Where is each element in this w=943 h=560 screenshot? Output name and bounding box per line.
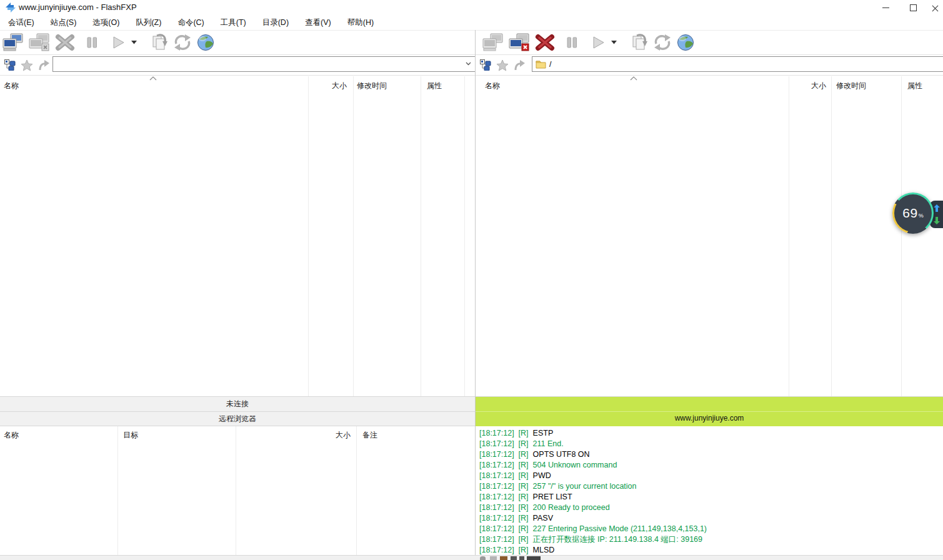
menu-item[interactable]: 查看(V)	[297, 18, 339, 28]
menu-item[interactable]: 会话(E)	[0, 18, 42, 28]
session-log[interactable]: [18:17:12][R]ESTP [18:17:12][R]211 End. …	[476, 426, 943, 555]
web-browser-icon[interactable]	[676, 32, 696, 53]
connection-status: 未连接	[226, 399, 249, 409]
percent-sign: %	[919, 212, 924, 219]
menu-item[interactable]: 选项(O)	[84, 18, 127, 28]
menu-item[interactable]: 命令(C)	[169, 18, 212, 28]
resume-icon[interactable]	[590, 32, 606, 53]
refresh-icon[interactable]	[172, 32, 193, 53]
log-direction-tag: [R]	[519, 439, 529, 448]
column-header-size[interactable]: 大小	[308, 81, 347, 91]
transfer-progress-widget[interactable]: 69 %	[892, 192, 943, 236]
log-direction-tag: [R]	[519, 471, 529, 480]
flashfxp-window: www.junyinjiuye.com - FlashFXP 会话(E)站点(S…	[0, 0, 943, 560]
log-line: [18:17:12][R]OPTS UTF8 ON	[479, 449, 943, 460]
log-line: [18:17:12][R]PASV	[479, 513, 943, 524]
right-small-toolbar	[479, 55, 526, 75]
queue-column-note[interactable]: 备注	[362, 430, 377, 441]
sort-ascending-icon	[630, 76, 637, 81]
title-bar[interactable]: www.junyinjiuye.com - FlashFXP	[0, 0, 943, 15]
column-header-size[interactable]: 大小	[789, 81, 826, 91]
site-tree-icon[interactable]	[3, 58, 17, 72]
log-message: 227 Entering Passive Mode (211,149,138,4…	[533, 524, 707, 533]
log-direction-tag: [R]	[519, 461, 529, 469]
column-header-modified[interactable]: 修改时间	[357, 81, 387, 91]
left-toolbar	[1, 31, 216, 54]
queue-column-size[interactable]: 大小	[237, 430, 351, 441]
favorites-star-icon[interactable]	[20, 58, 34, 72]
remote-path-field[interactable]: /	[532, 56, 943, 72]
log-timestamp: [18:17:12]	[479, 546, 514, 554]
resume-menu-caret[interactable]	[610, 32, 618, 53]
menu-item[interactable]: 帮助(H)	[339, 18, 382, 28]
log-message: 504 Unknown command	[533, 461, 617, 469]
panel-splitter[interactable]	[475, 30, 476, 560]
local-browser-label-bar: 远程浏览器	[0, 411, 475, 426]
log-message: 211 End.	[533, 439, 564, 448]
resume-menu-caret[interactable]	[130, 32, 138, 53]
log-timestamp: [18:17:12]	[479, 492, 514, 501]
menu-item[interactable]: 工具(T)	[212, 18, 254, 28]
pause-icon[interactable]	[84, 32, 100, 53]
log-timestamp: [18:17:12]	[479, 524, 514, 533]
minimize-icon	[882, 8, 889, 8]
menu-item[interactable]: 目录(D)	[254, 18, 297, 28]
refresh-icon[interactable]	[652, 32, 673, 53]
local-file-list[interactable]	[0, 76, 475, 396]
right-toolbar	[481, 31, 696, 54]
menu-item[interactable]: 站点(S)	[42, 18, 85, 28]
app-icon	[5, 2, 16, 13]
resume-icon[interactable]	[110, 32, 126, 53]
log-direction-tag: [R]	[519, 429, 529, 438]
log-line: [18:17:12][R]ESTP	[479, 428, 943, 439]
local-path-combobox[interactable]	[52, 56, 476, 72]
remote-status-bar: www.junyinjiuye.com	[476, 396, 943, 426]
log-message: 200 Ready to proceed	[533, 503, 610, 512]
site-tree-icon[interactable]	[479, 58, 492, 72]
transfer-queue-icon[interactable]	[627, 32, 649, 53]
web-browser-icon[interactable]	[196, 32, 216, 53]
log-line: [18:17:12][R]MLSD	[479, 545, 943, 555]
column-header-name[interactable]: 名称	[4, 81, 19, 91]
log-timestamp: [18:17:12]	[479, 461, 514, 469]
window-title: www.junyinjiuye.com - FlashFXP	[19, 2, 137, 12]
maximize-button[interactable]	[899, 0, 927, 15]
log-message: PRET LIST	[533, 492, 572, 501]
log-line: [18:17:12][R]211 End.	[479, 439, 943, 449]
log-timestamp: [18:17:12]	[479, 439, 514, 448]
queue-column-target[interactable]: 目标	[123, 430, 138, 441]
upload-arrow-icon	[934, 204, 940, 212]
connect-icon[interactable]	[1, 32, 25, 53]
pause-icon[interactable]	[564, 32, 580, 53]
transfer-queue-list[interactable]	[0, 426, 475, 555]
favorites-star-icon[interactable]	[496, 58, 509, 72]
abort-icon[interactable]	[54, 32, 76, 53]
maximize-icon	[910, 4, 917, 11]
connect-icon[interactable]	[481, 32, 505, 53]
log-timestamp: [18:17:12]	[479, 429, 514, 438]
log-timestamp: [18:17:12]	[479, 514, 514, 522]
abort-icon[interactable]	[534, 32, 556, 53]
column-header-attributes[interactable]: 属性	[427, 81, 442, 91]
left-small-toolbar	[3, 55, 51, 75]
disconnect-icon[interactable]	[507, 32, 531, 53]
up-directory-icon[interactable]	[512, 58, 526, 72]
close-icon	[932, 4, 939, 11]
close-button[interactable]	[927, 0, 943, 15]
transfer-queue-icon[interactable]	[147, 32, 169, 53]
column-header-modified[interactable]: 修改时间	[836, 81, 866, 91]
up-directory-icon[interactable]	[37, 58, 51, 72]
log-line: [18:17:12][R]504 Unknown command	[479, 460, 943, 471]
log-message: OPTS UTF8 ON	[533, 450, 590, 459]
menu-item[interactable]: 队列(Z)	[127, 18, 169, 28]
column-header-name[interactable]: 名称	[485, 81, 500, 91]
progress-ring[interactable]: 69 %	[892, 192, 934, 234]
minimize-button[interactable]	[872, 0, 899, 15]
queue-column-name[interactable]: 名称	[4, 430, 19, 441]
log-direction-tag: [R]	[519, 524, 529, 533]
log-line: [18:17:12][R]200 Ready to proceed	[479, 502, 943, 513]
remote-file-list[interactable]	[476, 76, 943, 396]
disconnect-icon[interactable]	[27, 32, 51, 53]
column-header-attributes[interactable]: 属性	[907, 81, 922, 91]
log-timestamp: [18:17:12]	[479, 450, 514, 459]
